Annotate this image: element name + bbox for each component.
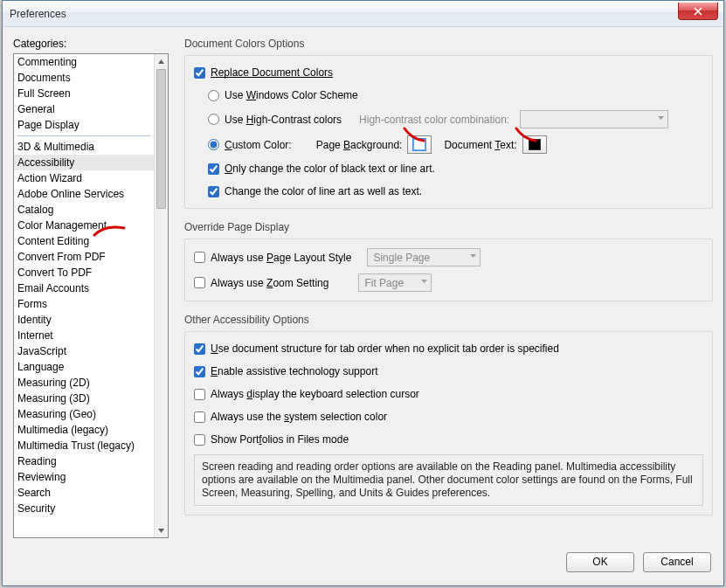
chevron-down-icon	[470, 254, 476, 260]
category-item[interactable]: Catalog	[14, 202, 154, 218]
windows-scheme-radio[interactable]	[208, 90, 219, 101]
replace-colors-label: Replace Document Colors	[211, 66, 333, 79]
category-item[interactable]: General	[14, 101, 154, 117]
category-item[interactable]: Security	[14, 501, 154, 516]
page-bg-label: Page Background:	[316, 139, 403, 151]
hc-combo	[520, 110, 668, 128]
category-item[interactable]: Commenting	[14, 54, 154, 70]
custom-color-label: Custom Color:	[225, 139, 292, 151]
scroll-thumb[interactable]	[156, 69, 166, 209]
only-black-checkbox[interactable]	[208, 163, 219, 175]
category-item[interactable]: Documents	[14, 70, 154, 86]
zoom-checkbox[interactable]	[194, 277, 205, 288]
category-item[interactable]: Reading	[14, 453, 154, 469]
category-item[interactable]: Multimedia (legacy)	[14, 422, 154, 438]
high-contrast-radio[interactable]	[208, 114, 219, 125]
custom-color-radio[interactable]	[208, 139, 219, 150]
document-colors-group: Document Colors Options Replace Document…	[184, 38, 713, 209]
category-item[interactable]: JavaScript	[14, 343, 154, 359]
category-item[interactable]: Measuring (2D)	[14, 375, 154, 391]
tab-order-label: Use document structure for tab order whe…	[211, 342, 559, 355]
group-title: Override Page Display	[184, 221, 713, 233]
system-color-label: Always use the system selection color	[211, 411, 387, 423]
group-title: Document Colors Options	[184, 38, 713, 50]
category-item[interactable]: Internet	[14, 328, 154, 343]
category-item[interactable]: Adobe Online Services	[14, 186, 154, 202]
replace-colors-checkbox[interactable]	[194, 67, 205, 79]
categories-scrollbar[interactable]	[154, 54, 168, 537]
category-item[interactable]: Convert To PDF	[14, 265, 154, 280]
category-item[interactable]: Page Display	[14, 117, 154, 133]
cancel-button[interactable]: Cancel	[643, 552, 711, 572]
assistive-tech-label: Enable assistive technology support	[211, 365, 377, 377]
categories-listbox[interactable]: CommentingDocumentsFull ScreenGeneralPag…	[13, 53, 169, 538]
category-item[interactable]: Search	[14, 485, 154, 501]
preferences-window: Preferences Categories: CommentingDocume…	[2, 0, 724, 586]
page-layout-combo: Single Page	[367, 248, 481, 266]
page-bg-swatch[interactable]	[407, 135, 432, 154]
chevron-down-icon	[421, 280, 427, 286]
only-black-label: Only change the color of black text or l…	[225, 163, 435, 175]
category-item[interactable]: Convert From PDF	[14, 249, 154, 265]
page-layout-checkbox[interactable]	[194, 252, 205, 263]
high-contrast-label: Use High-Contrast colors	[225, 114, 342, 126]
portfolios-checkbox[interactable]	[194, 434, 205, 446]
category-item[interactable]: Measuring (Geo)	[14, 406, 154, 422]
keyboard-cursor-checkbox[interactable]	[194, 389, 205, 400]
category-item[interactable]: Accessibility	[14, 155, 154, 170]
assistive-tech-checkbox[interactable]	[194, 366, 205, 377]
page-layout-label: Always use Page Layout Style	[211, 252, 351, 264]
info-note: Screen reading and reading order options…	[194, 454, 703, 506]
category-item[interactable]: Color Management	[14, 218, 154, 233]
keyboard-cursor-label: Always display the keyboard selection cu…	[211, 388, 419, 400]
category-item[interactable]: Identity	[14, 312, 154, 328]
scroll-up-button[interactable]	[155, 54, 168, 68]
other-accessibility-group: Other Accessibility Options Use document…	[184, 314, 713, 515]
category-separator	[17, 135, 150, 136]
hc-combo-label: High-contrast color combination:	[359, 114, 509, 126]
category-item[interactable]: Full Screen	[14, 86, 154, 101]
category-item[interactable]: Content Editing	[14, 233, 154, 249]
scroll-down-button[interactable]	[155, 523, 168, 537]
change-lineart-label: Change the color of line art as well as …	[225, 185, 422, 197]
category-item[interactable]: Email Accounts	[14, 280, 154, 296]
dialog-footer: OK Cancel	[3, 538, 723, 585]
doc-text-label: Document Text:	[444, 139, 516, 151]
system-color-checkbox[interactable]	[194, 412, 205, 423]
category-item[interactable]: Language	[14, 359, 154, 375]
ok-button[interactable]: OK	[566, 552, 634, 572]
close-icon	[694, 7, 702, 16]
category-item[interactable]: Multimedia Trust (legacy)	[14, 438, 154, 453]
category-item[interactable]: Measuring (3D)	[14, 391, 154, 406]
override-display-group: Override Page Display Always use Page La…	[184, 221, 713, 301]
categories-label: Categories:	[13, 38, 169, 50]
category-item[interactable]: Action Wizard	[14, 170, 154, 186]
windows-scheme-label: Use Windows Color Scheme	[225, 89, 358, 101]
tab-order-checkbox[interactable]	[194, 343, 205, 355]
group-title: Other Accessibility Options	[184, 314, 713, 326]
categories-column: Categories: CommentingDocumentsFull Scre…	[13, 38, 169, 538]
zoom-label: Always use Zoom Setting	[211, 277, 328, 289]
chevron-down-icon	[658, 116, 664, 122]
change-lineart-checkbox[interactable]	[208, 186, 219, 197]
category-item[interactable]: Forms	[14, 296, 154, 312]
dialog-body: Categories: CommentingDocumentsFull Scre…	[3, 27, 723, 538]
titlebar: Preferences	[3, 1, 723, 27]
zoom-combo: Fit Page	[358, 273, 432, 292]
doc-text-swatch[interactable]	[522, 135, 547, 154]
close-button[interactable]	[678, 3, 718, 20]
portfolios-label: Show Portfolios in Files mode	[211, 433, 349, 446]
category-item[interactable]: Reviewing	[14, 469, 154, 485]
category-item[interactable]: 3D & Multimedia	[14, 139, 154, 155]
window-title: Preferences	[10, 8, 66, 20]
settings-pane: Document Colors Options Replace Document…	[184, 38, 713, 538]
